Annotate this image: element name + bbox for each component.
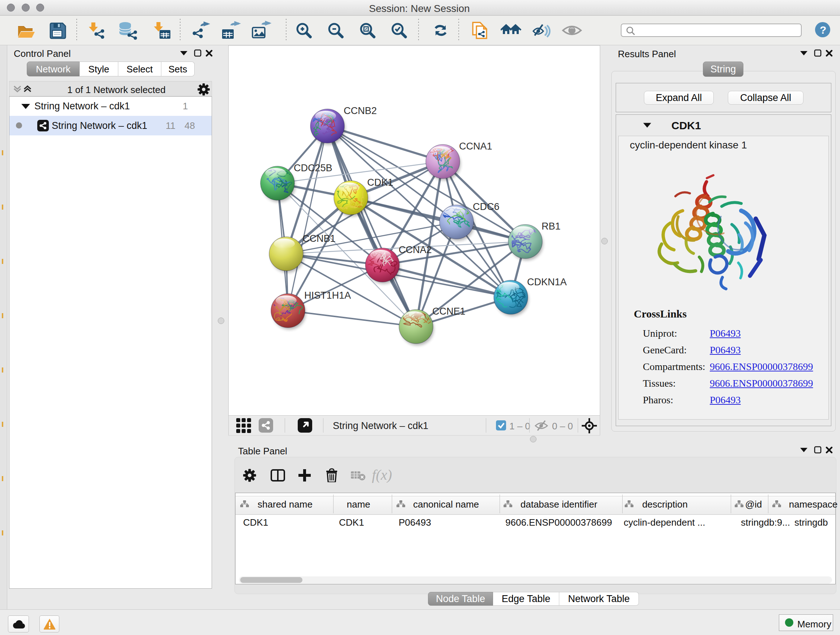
svg-text:CDK1: CDK1	[367, 177, 393, 188]
svg-text:RB1: RB1	[542, 221, 561, 232]
svg-text:HIST1H1A: HIST1H1A	[304, 290, 351, 301]
svg-text:CDKN1A: CDKN1A	[527, 277, 567, 287]
svg-text:CCNB2: CCNB2	[344, 105, 377, 116]
svg-text:CDC6: CDC6	[473, 201, 500, 212]
svg-text:CCNA1: CCNA1	[459, 141, 493, 152]
svg-text:CCNE1: CCNE1	[432, 306, 466, 317]
svg-text:CCNB1: CCNB1	[302, 233, 336, 244]
svg-text:CDC25B: CDC25B	[294, 163, 332, 173]
svg-text:CCNA2: CCNA2	[399, 244, 432, 255]
